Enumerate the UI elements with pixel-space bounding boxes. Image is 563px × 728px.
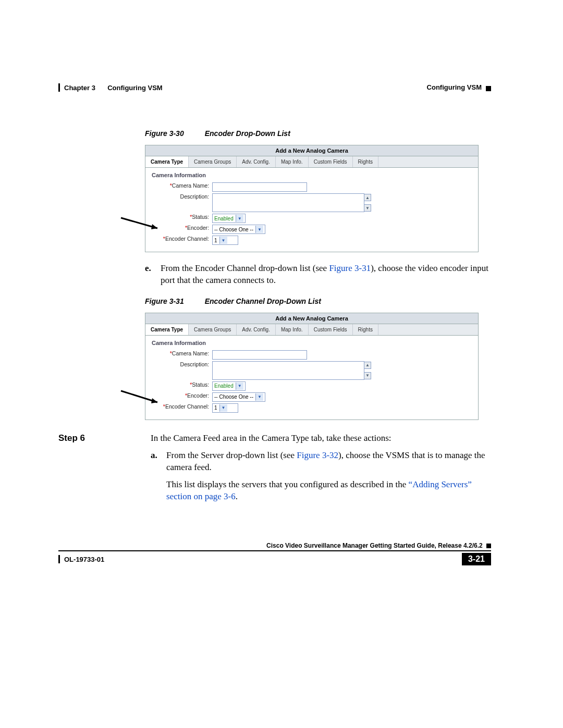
figure-caption-30: Figure 3-30 Encoder Drop-Down List (145, 129, 491, 138)
tab-camera-groups[interactable]: Camera Groups (189, 324, 237, 335)
label-status: Status: (192, 381, 209, 388)
tab-camera-groups[interactable]: Camera Groups (189, 156, 237, 167)
footer-rule-icon (58, 555, 60, 563)
figure-label: Figure 3-30 (145, 129, 184, 138)
label-description: Description: (180, 361, 209, 367)
label-encoder: Encoder: (187, 225, 209, 231)
tab-bar: Camera Type Camera Groups Adv. Config. M… (145, 156, 478, 168)
encoder-select[interactable]: -- Choose One -- ▼ (212, 392, 265, 402)
tab-camera-type[interactable]: Camera Type (145, 324, 189, 335)
tab-bar: Camera Type Camera Groups Adv. Config. M… (145, 324, 478, 336)
scroll-down-icon[interactable]: ▼ (364, 204, 371, 212)
encoder-channel-value: 1 (214, 405, 217, 411)
tab-camera-type[interactable]: Camera Type (145, 156, 189, 167)
scroll-down-icon[interactable]: ▼ (364, 372, 371, 379)
status-value: Enabled (214, 383, 234, 389)
callout-arrow-icon (121, 218, 163, 228)
figure-label: Figure 3-31 (145, 297, 184, 305)
section-camera-information: Camera Information (152, 172, 473, 178)
tab-map-info[interactable]: Map Info. (276, 324, 309, 335)
tab-rights[interactable]: Rights (353, 156, 378, 167)
section-title: Configuring VSM (427, 83, 482, 91)
xref-figure-3-31[interactable]: Figure 3-31 (329, 263, 371, 273)
encoder-channel-value: 1 (214, 238, 217, 243)
tab-map-info[interactable]: Map Info. (276, 156, 309, 167)
tab-rights[interactable]: Rights (353, 324, 378, 335)
page-footer: Cisco Video Surveillance Manager Getting… (58, 542, 491, 565)
label-description: Description: (180, 193, 209, 200)
header-square-icon (486, 86, 491, 91)
step-6: Step 6 In the Camera Feed area in the Ca… (58, 433, 491, 503)
encoder-value: -- Choose One -- (214, 227, 253, 232)
chevron-down-icon: ▼ (219, 404, 227, 412)
chapter-title: Configuring VSM (107, 84, 162, 92)
description-textarea[interactable]: ▲ ▼ (212, 361, 364, 380)
doc-title: Cisco Video Surveillance Manager Getting… (266, 542, 483, 549)
figure-31-image: Add a New Analog Camera Camera Type Came… (145, 313, 479, 420)
figure-title: Encoder Drop-Down List (205, 129, 290, 138)
chapter-label: Chapter 3 (64, 84, 95, 92)
camera-name-input[interactable] (212, 182, 307, 192)
status-value: Enabled (214, 216, 234, 221)
header-rule-icon (58, 83, 60, 92)
tab-adv-config[interactable]: Adv. Config. (237, 156, 276, 167)
step-6a-text: From the Server drop-down list (see Figu… (166, 450, 491, 474)
list-marker: a. (151, 450, 160, 474)
scroll-up-icon[interactable]: ▲ (364, 362, 371, 369)
chevron-down-icon: ▼ (236, 382, 243, 390)
doc-id: OL-19733-01 (64, 556, 104, 563)
step-e-text: From the Encoder Channel drop-down list … (161, 263, 491, 287)
dialog-title: Add a New Analog Camera (145, 145, 478, 156)
step-6-label: Step 6 (58, 433, 85, 503)
tab-custom-fields[interactable]: Custom Fields (309, 156, 353, 167)
page-number: 3-21 (462, 553, 491, 565)
encoder-channel-select[interactable]: 1 ▼ (212, 236, 238, 245)
label-camera-name: Camera Name: (172, 182, 209, 189)
status-select[interactable]: Enabled ▼ (212, 214, 246, 223)
list-marker: e. (145, 263, 154, 287)
encoder-channel-select[interactable]: 1 ▼ (212, 403, 238, 413)
label-encoder-channel: Encoder Channel: (165, 236, 209, 242)
label-encoder-channel: Encoder Channel: (165, 403, 209, 410)
description-textarea[interactable]: ▲ ▼ (212, 193, 364, 212)
scroll-up-icon[interactable]: ▲ (364, 194, 371, 201)
xref-figure-3-32[interactable]: Figure 3-32 (297, 450, 338, 460)
chevron-down-icon: ▼ (255, 393, 263, 401)
tab-adv-config[interactable]: Adv. Config. (237, 324, 276, 335)
step-e: e. From the Encoder Channel drop-down li… (145, 263, 491, 287)
callout-arrow-icon (121, 391, 163, 401)
footer-square-icon (486, 544, 491, 548)
step-6a-para2: This list displays the servers that you … (166, 479, 491, 503)
chevron-down-icon: ▼ (219, 237, 227, 244)
label-encoder: Encoder: (187, 392, 209, 399)
status-select[interactable]: Enabled ▼ (212, 381, 246, 391)
dialog-title: Add a New Analog Camera (145, 313, 478, 324)
label-status: Status: (192, 214, 209, 220)
tab-custom-fields[interactable]: Custom Fields (309, 324, 353, 335)
encoder-select[interactable]: -- Choose One -- ▼ (212, 225, 265, 234)
camera-name-input[interactable] (212, 350, 307, 360)
label-camera-name: Camera Name: (172, 350, 209, 356)
figure-caption-31: Figure 3-31 Encoder Channel Drop-Down Li… (145, 297, 491, 305)
chevron-down-icon: ▼ (236, 215, 243, 222)
section-camera-information: Camera Information (152, 340, 473, 346)
running-header: Chapter 3 Configuring VSM Configuring VS… (58, 83, 491, 92)
encoder-value: -- Choose One -- (214, 394, 253, 400)
step-6-intro: In the Camera Feed area in the Camera Ty… (151, 433, 491, 445)
chevron-down-icon: ▼ (255, 226, 263, 233)
figure-title: Encoder Channel Drop-Down List (205, 297, 321, 305)
figure-30-image: Add a New Analog Camera Camera Type Came… (145, 145, 479, 252)
